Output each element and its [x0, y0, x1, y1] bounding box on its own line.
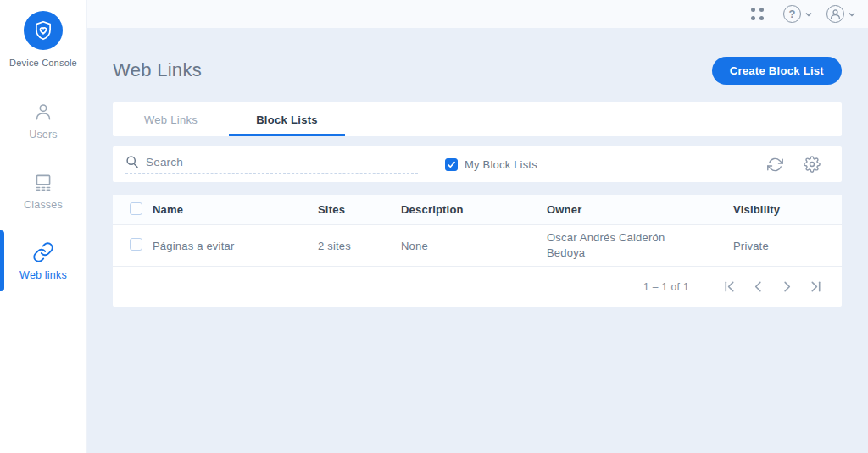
first-page-button[interactable]: [715, 274, 743, 300]
sidebar-item-label: Classes: [24, 199, 63, 211]
user-icon: [32, 101, 54, 123]
settings-button[interactable]: [804, 156, 821, 173]
page-header: Web Links Create Block List: [113, 51, 842, 90]
cell-owner: Oscar Andrés Calderón Bedoya: [547, 225, 695, 266]
next-page-button[interactable]: [772, 274, 801, 300]
gear-icon: [804, 156, 821, 173]
block-lists-table: Name Sites Description Owner Visibility …: [113, 195, 842, 307]
search-icon: [125, 155, 139, 168]
row-checkbox[interactable]: [130, 238, 142, 251]
refresh-button[interactable]: [767, 157, 783, 173]
last-page-button[interactable]: [801, 274, 830, 300]
column-header-name[interactable]: Name: [153, 203, 318, 216]
shield-heart-icon: [32, 19, 54, 41]
cell-name[interactable]: Páginas a evitar: [153, 240, 318, 252]
link-icon: [32, 241, 54, 263]
sidebar-item-label: Users: [29, 129, 58, 141]
check-icon: [447, 160, 456, 169]
cell-sites: 2 sites: [318, 240, 401, 252]
pagination-bar: 1 – 1 of 1: [113, 266, 842, 307]
device-console-logo[interactable]: [24, 11, 63, 50]
chevron-down-icon: [804, 10, 813, 19]
chevron-left-icon: [752, 280, 765, 293]
main-content: Web Links Create Block List Web Links Bl…: [87, 28, 868, 453]
cell-visibility: Private: [733, 240, 842, 252]
table-row[interactable]: Páginas a evitar 2 sites None Oscar Andr…: [113, 224, 842, 266]
table-header-row: Name Sites Description Owner Visibility: [113, 195, 842, 224]
previous-page-button[interactable]: [743, 274, 772, 300]
page-title: Web Links: [113, 59, 202, 81]
sidebar: Device Console Users Classes Web links: [0, 0, 87, 453]
sidebar-item-label: Web links: [19, 269, 67, 281]
column-header-visibility[interactable]: Visibility: [733, 203, 842, 216]
my-block-lists-label: My Block Lists: [465, 158, 537, 171]
device-console-label: Device Console: [9, 58, 77, 68]
sidebar-nav: Users Classes Web links: [0, 90, 86, 301]
sidebar-item-users[interactable]: Users: [0, 90, 86, 151]
chevron-right-icon: [781, 280, 793, 293]
create-block-list-button[interactable]: Create Block List: [712, 57, 842, 85]
account-icon[interactable]: [826, 5, 844, 23]
sidebar-item-classes[interactable]: Classes: [0, 160, 86, 221]
topbar: ?: [87, 0, 868, 28]
cell-description: None: [401, 240, 547, 252]
account-menu[interactable]: [826, 5, 856, 23]
column-header-description[interactable]: Description: [401, 203, 547, 216]
column-header-owner[interactable]: Owner: [547, 203, 733, 216]
search-field: [125, 155, 418, 174]
last-page-icon: [810, 280, 822, 293]
refresh-icon: [767, 157, 783, 173]
apps-grid-icon[interactable]: [751, 8, 765, 21]
select-all-checkbox[interactable]: [130, 202, 142, 215]
tab-block-lists[interactable]: Block Lists: [229, 102, 345, 136]
my-block-lists-checkbox[interactable]: [445, 158, 458, 171]
chevron-down-icon: [848, 10, 856, 19]
classes-icon: [32, 171, 54, 193]
help-menu[interactable]: ?: [783, 5, 813, 23]
help-icon[interactable]: ?: [783, 5, 801, 23]
first-page-icon: [723, 280, 736, 293]
tab-web-links[interactable]: Web Links: [113, 102, 229, 136]
my-block-lists-filter[interactable]: My Block Lists: [445, 158, 537, 171]
sidebar-item-web-links[interactable]: Web links: [0, 230, 86, 291]
column-header-sites[interactable]: Sites: [318, 203, 401, 216]
tabs-bar: Web Links Block Lists: [113, 102, 842, 136]
search-input[interactable]: [146, 156, 418, 168]
toolbar: My Block Lists: [113, 146, 842, 182]
pagination-range-label: 1 – 1 of 1: [643, 281, 689, 293]
